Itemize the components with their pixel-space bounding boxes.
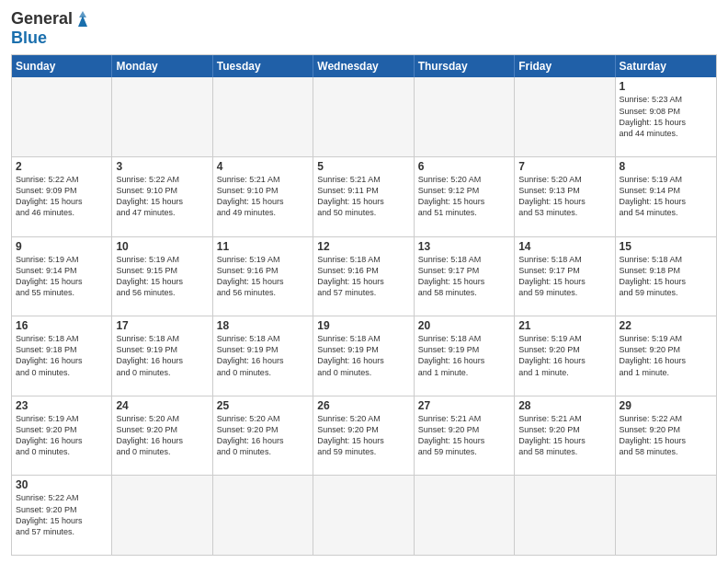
calendar-cell: 15Sunrise: 5:18 AM Sunset: 9:18 PM Dayli…: [616, 237, 716, 316]
day-number: 2: [16, 160, 108, 173]
day-number: 14: [518, 240, 610, 253]
day-header-friday: Friday: [515, 55, 615, 77]
cell-info: Sunrise: 5:22 AM Sunset: 9:09 PM Dayligh…: [16, 174, 108, 219]
day-number: 28: [518, 399, 610, 412]
cell-info: Sunrise: 5:18 AM Sunset: 9:17 PM Dayligh…: [518, 254, 610, 299]
calendar-cell: 28Sunrise: 5:21 AM Sunset: 9:20 PM Dayli…: [515, 396, 615, 476]
cell-info: Sunrise: 5:19 AM Sunset: 9:20 PM Dayligh…: [16, 413, 108, 458]
calendar-cell: 24Sunrise: 5:20 AM Sunset: 9:20 PM Dayli…: [112, 396, 212, 476]
calendar: SundayMondayTuesdayWednesdayThursdayFrid…: [11, 54, 717, 556]
cell-info: Sunrise: 5:21 AM Sunset: 9:10 PM Dayligh…: [217, 174, 309, 219]
day-number: 5: [317, 160, 409, 173]
calendar-cell: 21Sunrise: 5:19 AM Sunset: 9:20 PM Dayli…: [515, 316, 615, 396]
cell-info: Sunrise: 5:23 AM Sunset: 9:08 PM Dayligh…: [620, 94, 712, 139]
calendar-cell: [415, 476, 515, 555]
calendar-cell: 14Sunrise: 5:18 AM Sunset: 9:17 PM Dayli…: [515, 237, 615, 316]
logo: General Blue: [11, 9, 91, 47]
calendar-row: 16Sunrise: 5:18 AM Sunset: 9:18 PM Dayli…: [12, 316, 716, 396]
cell-info: Sunrise: 5:19 AM Sunset: 9:14 PM Dayligh…: [620, 174, 712, 219]
calendar-cell: [213, 476, 313, 555]
calendar-cell: 11Sunrise: 5:19 AM Sunset: 9:16 PM Dayli…: [213, 237, 313, 316]
calendar-cell: 27Sunrise: 5:21 AM Sunset: 9:20 PM Dayli…: [415, 396, 515, 476]
calendar-header: SundayMondayTuesdayWednesdayThursdayFrid…: [12, 55, 716, 77]
calendar-cell: [515, 77, 615, 156]
day-number: 18: [217, 319, 309, 332]
calendar-row: 1Sunrise: 5:23 AM Sunset: 9:08 PM Daylig…: [12, 77, 716, 157]
cell-info: Sunrise: 5:22 AM Sunset: 9:20 PM Dayligh…: [620, 413, 712, 458]
calendar-cell: 10Sunrise: 5:19 AM Sunset: 9:15 PM Dayli…: [112, 237, 212, 316]
day-number: 15: [620, 240, 712, 253]
calendar-cell: 3Sunrise: 5:22 AM Sunset: 9:10 PM Daylig…: [112, 157, 212, 236]
cell-info: Sunrise: 5:20 AM Sunset: 9:13 PM Dayligh…: [518, 174, 610, 219]
cell-info: Sunrise: 5:19 AM Sunset: 9:16 PM Dayligh…: [217, 254, 309, 299]
calendar-cell: [112, 476, 212, 555]
calendar-cell: 23Sunrise: 5:19 AM Sunset: 9:20 PM Dayli…: [12, 396, 112, 476]
cell-info: Sunrise: 5:18 AM Sunset: 9:18 PM Dayligh…: [620, 254, 712, 299]
calendar-cell: [313, 77, 414, 156]
calendar-cell: 12Sunrise: 5:18 AM Sunset: 9:16 PM Dayli…: [313, 237, 414, 316]
day-number: 21: [518, 319, 610, 332]
svg-marker-2: [79, 11, 86, 17]
cell-info: Sunrise: 5:18 AM Sunset: 9:19 PM Dayligh…: [116, 333, 208, 378]
day-number: 12: [317, 240, 409, 253]
day-number: 30: [16, 478, 108, 491]
cell-info: Sunrise: 5:18 AM Sunset: 9:19 PM Dayligh…: [418, 333, 510, 378]
cell-info: Sunrise: 5:22 AM Sunset: 9:10 PM Dayligh…: [116, 174, 208, 219]
calendar-cell: 18Sunrise: 5:18 AM Sunset: 9:19 PM Dayli…: [213, 316, 313, 396]
day-number: 17: [116, 319, 208, 332]
cell-info: Sunrise: 5:21 AM Sunset: 9:20 PM Dayligh…: [418, 413, 510, 458]
cell-info: Sunrise: 5:21 AM Sunset: 9:20 PM Dayligh…: [518, 413, 610, 458]
calendar-cell: 9Sunrise: 5:19 AM Sunset: 9:14 PM Daylig…: [12, 237, 112, 316]
day-number: 23: [16, 399, 108, 412]
day-header-tuesday: Tuesday: [213, 55, 313, 77]
cell-info: Sunrise: 5:18 AM Sunset: 9:19 PM Dayligh…: [317, 333, 409, 378]
day-number: 6: [418, 160, 510, 173]
calendar-cell: 25Sunrise: 5:20 AM Sunset: 9:20 PM Dayli…: [213, 396, 313, 476]
calendar-cell: 30Sunrise: 5:22 AM Sunset: 9:20 PM Dayli…: [12, 476, 112, 555]
calendar-cell: [213, 77, 313, 156]
calendar-cell: [616, 476, 716, 555]
calendar-cell: 17Sunrise: 5:18 AM Sunset: 9:19 PM Dayli…: [112, 316, 212, 396]
calendar-cell: 16Sunrise: 5:18 AM Sunset: 9:18 PM Dayli…: [12, 316, 112, 396]
calendar-cell: [112, 77, 212, 156]
day-number: 27: [418, 399, 510, 412]
day-number: 9: [16, 240, 108, 253]
day-number: 19: [317, 319, 409, 332]
cell-info: Sunrise: 5:19 AM Sunset: 9:20 PM Dayligh…: [518, 333, 610, 378]
cell-info: Sunrise: 5:18 AM Sunset: 9:16 PM Dayligh…: [317, 254, 409, 299]
calendar-cell: 4Sunrise: 5:21 AM Sunset: 9:10 PM Daylig…: [213, 157, 313, 236]
cell-info: Sunrise: 5:19 AM Sunset: 9:20 PM Dayligh…: [620, 333, 712, 378]
calendar-row: 30Sunrise: 5:22 AM Sunset: 9:20 PM Dayli…: [12, 476, 716, 555]
calendar-cell: [515, 476, 615, 555]
cell-info: Sunrise: 5:20 AM Sunset: 9:20 PM Dayligh…: [116, 413, 208, 458]
day-number: 11: [217, 240, 309, 253]
calendar-cell: 22Sunrise: 5:19 AM Sunset: 9:20 PM Dayli…: [616, 316, 716, 396]
calendar-cell: [313, 476, 414, 555]
day-number: 8: [620, 160, 712, 173]
day-number: 26: [317, 399, 409, 412]
day-number: 3: [116, 160, 208, 173]
day-number: 10: [116, 240, 208, 253]
calendar-cell: 1Sunrise: 5:23 AM Sunset: 9:08 PM Daylig…: [616, 77, 716, 156]
cell-info: Sunrise: 5:19 AM Sunset: 9:15 PM Dayligh…: [116, 254, 208, 299]
calendar-row: 23Sunrise: 5:19 AM Sunset: 9:20 PM Dayli…: [12, 396, 716, 477]
calendar-body: 1Sunrise: 5:23 AM Sunset: 9:08 PM Daylig…: [12, 77, 716, 555]
cell-info: Sunrise: 5:22 AM Sunset: 9:20 PM Dayligh…: [16, 492, 108, 537]
page: General Blue SundayMondayTuesdayWednesda…: [0, 0, 728, 563]
day-number: 4: [217, 160, 309, 173]
cell-info: Sunrise: 5:20 AM Sunset: 9:20 PM Dayligh…: [217, 413, 309, 458]
day-header-wednesday: Wednesday: [313, 55, 414, 77]
day-number: 29: [620, 399, 712, 412]
day-number: 7: [518, 160, 610, 173]
calendar-cell: 19Sunrise: 5:18 AM Sunset: 9:19 PM Dayli…: [313, 316, 414, 396]
calendar-cell: 5Sunrise: 5:21 AM Sunset: 9:11 PM Daylig…: [313, 157, 414, 236]
day-number: 13: [418, 240, 510, 253]
day-header-sunday: Sunday: [12, 55, 112, 77]
calendar-cell: 7Sunrise: 5:20 AM Sunset: 9:13 PM Daylig…: [515, 157, 615, 236]
cell-info: Sunrise: 5:21 AM Sunset: 9:11 PM Dayligh…: [317, 174, 409, 219]
cell-info: Sunrise: 5:18 AM Sunset: 9:19 PM Dayligh…: [217, 333, 309, 378]
cell-info: Sunrise: 5:18 AM Sunset: 9:17 PM Dayligh…: [418, 254, 510, 299]
cell-info: Sunrise: 5:18 AM Sunset: 9:18 PM Dayligh…: [16, 333, 108, 378]
day-number: 20: [418, 319, 510, 332]
day-header-thursday: Thursday: [415, 55, 515, 77]
